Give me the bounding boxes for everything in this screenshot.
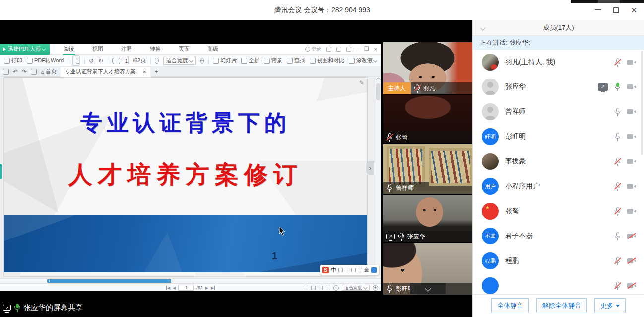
ime-skin-icon[interactable] [371,267,377,273]
ime-keyboard-icon[interactable] [358,268,362,272]
mic-icon[interactable] [614,158,621,166]
last-page-button[interactable]: ▶ [211,286,215,290]
mic-icon[interactable] [614,58,621,67]
compare-button[interactable]: 视图和对比 [310,57,344,64]
next-page-button[interactable]: ▶ [205,286,208,290]
pdf-menu-tab-0[interactable]: 阅读 [63,44,75,54]
layout-single-icon[interactable] [304,286,308,290]
pdf-menu-tab-1[interactable]: 视图 [91,44,104,54]
video-thumbnail[interactable]: ↗ 张应华 [383,195,472,242]
tab-close-icon[interactable]: × [143,69,146,75]
zoom-in-button[interactable]: + [200,58,204,64]
pdf-minimize-button[interactable]: – [356,46,359,52]
camera-icon[interactable] [627,183,636,190]
fullscreen-button[interactable]: 全屏 [241,57,259,64]
camera-icon[interactable] [627,283,636,289]
next-page-button[interactable] [119,58,120,64]
video-thumbnail[interactable]: 张弩 [383,95,472,143]
vertical-scrollbar[interactable] [375,77,381,278]
ime-punct-icon[interactable] [338,268,343,272]
redo-icon[interactable]: ↷ [22,68,27,75]
status-page-input[interactable]: 1 [178,285,194,291]
settings-icon[interactable] [346,47,351,52]
next-page-arrow-button[interactable]: › [366,161,374,175]
mic-icon[interactable] [614,182,621,191]
unmute-all-button[interactable]: 解除全体静音 [536,298,587,313]
pdf-close-button[interactable]: × [374,46,377,52]
member-row[interactable]: ★ 张弩 [473,199,644,224]
side-panel-handle[interactable] [0,164,2,179]
pdf-menu-tab-4[interactable]: 页面 [178,44,191,54]
rotate-right-button[interactable]: ↻ [98,57,103,64]
zoom-select[interactable]: 适合宽度 [163,57,196,65]
document-tab[interactable]: 专业认证背景下人才培养方案.. × [61,67,151,77]
camera-icon[interactable] [627,84,636,90]
mic-icon[interactable] [614,108,621,116]
mic-icon[interactable] [614,83,621,91]
prev-page-button[interactable] [112,58,114,64]
scrollbar-thumb[interactable] [47,279,171,283]
maximize-button[interactable] [613,7,619,13]
ime-mic-icon[interactable] [351,268,356,272]
video-thumbnail[interactable]: 彭旺明 [383,243,472,295]
pencil-icon[interactable]: ✎ [359,79,364,86]
member-list-scrollbar[interactable] [641,51,643,155]
member-row[interactable]: 旺明 彭旺明 [473,124,644,149]
slideshow-button[interactable]: 幻灯片 [213,57,237,64]
member-row[interactable]: 曾祥师 [473,99,644,124]
background-button[interactable]: 背景 [264,57,282,64]
pdf-menu-tab-3[interactable]: 转换 [149,44,162,54]
pdf-to-word-button[interactable]: PDF转Word [27,57,64,64]
ime-mode-label[interactable]: 中 [331,266,336,274]
prev-page-button[interactable]: ◀ [173,286,176,290]
save-icon[interactable] [31,69,37,75]
mic-icon[interactable] [614,282,621,290]
zoom-in-button[interactable]: + [373,285,378,291]
pdf-menu-tab-5[interactable]: 高级 [206,44,219,54]
camera-icon[interactable] [627,258,636,264]
corrector-button[interactable]: 涂改液 [349,57,377,64]
member-row[interactable]: 用户 小程序用户 [473,174,644,199]
member-row[interactable]: 不器 君子不器 [473,224,644,248]
zoom-out-button[interactable]: − [155,58,158,64]
video-thumbnail[interactable]: 曾祥师 [383,144,472,194]
ime-emoji-icon[interactable] [345,268,349,272]
find-button[interactable]: 查找 [287,57,305,64]
layout-book-icon[interactable] [326,286,330,290]
mute-all-button[interactable]: 全体静音 [491,298,529,313]
pdf-app-badge[interactable]: 迅捷PDF大师 [0,44,50,55]
member-row[interactable]: 程鹏 程鹏 [473,248,644,273]
rotate-left-button[interactable]: ↺ [89,57,94,64]
feedback-icon[interactable] [326,47,331,52]
mic-icon[interactable] [614,133,621,141]
single-page-button[interactable]: 单页 [73,56,80,65]
video-thumbnail[interactable]: 主持人 羽凡 [383,42,472,94]
new-tab-button[interactable]: + [154,68,158,75]
mic-icon[interactable] [614,207,621,216]
camera-icon[interactable] [627,59,636,66]
ime-toolbar[interactable]: S 中 全 [320,265,379,275]
collapse-chevron-button[interactable] [410,283,446,294]
camera-icon[interactable] [627,158,636,165]
camera-icon[interactable] [627,233,636,239]
page-number-input[interactable]: 1 [125,57,129,64]
open-file-icon[interactable] [3,69,9,75]
print-button[interactable]: 打印 [4,57,22,64]
first-page-button[interactable]: ◀ [166,286,170,290]
home-tab[interactable]: ⌂首页 [41,68,57,75]
member-row[interactable] [473,273,644,294]
status-zoom-select[interactable]: 适合宽度 [342,285,370,291]
layout-facing-icon[interactable] [319,286,323,290]
scroll-up-icon[interactable] [376,78,381,82]
camera-icon[interactable] [627,134,636,140]
minimize-button[interactable] [595,9,601,10]
login-button[interactable]: 登录 [305,46,322,53]
member-row[interactable]: 李拔豪 [473,149,644,174]
layout-continuous-icon[interactable] [311,286,316,290]
camera-icon[interactable] [627,208,636,215]
mic-icon[interactable] [614,257,621,265]
member-row[interactable]: 羽凡(主持人, 我) [473,50,644,75]
share-icon[interactable] [336,47,341,52]
camera-icon[interactable] [627,109,636,115]
horizontal-scrollbar[interactable] [0,278,381,283]
